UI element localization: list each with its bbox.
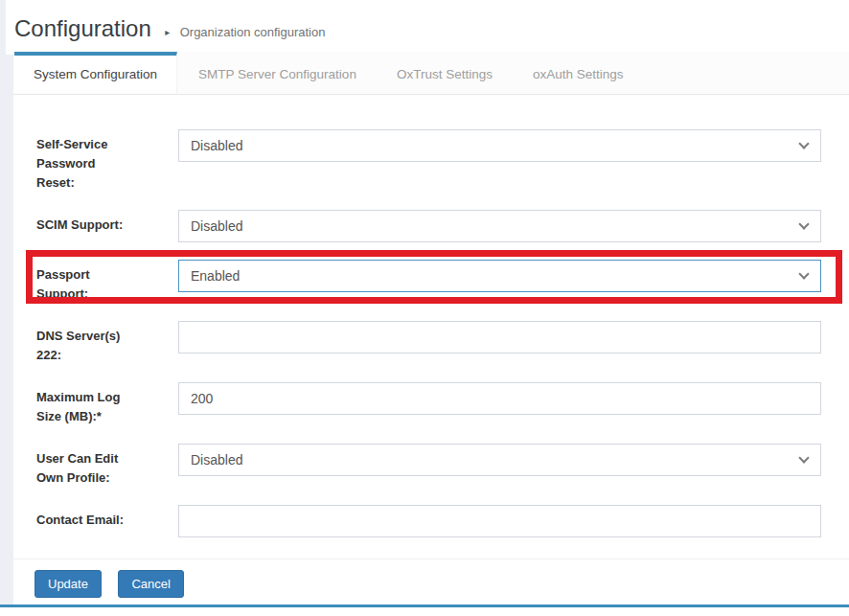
field-row-self-service-password-reset: Self-Service Password Reset: Disabled xyxy=(36,129,821,193)
user-can-edit-own-profile-label: User Can Edit Own Profile: xyxy=(36,444,136,488)
maximum-log-size-label: Maximum Log Size (MB):* xyxy=(36,382,136,426)
scim-support-label: SCIM Support: xyxy=(36,210,136,242)
breadcrumb-arrow-icon: ▸ xyxy=(165,27,170,37)
breadcrumb: Organization configuration xyxy=(180,25,326,39)
self-service-password-reset-label: Self-Service Password Reset: xyxy=(36,129,136,193)
form-footer: Update Cancel xyxy=(13,559,849,598)
maximum-log-size-input[interactable] xyxy=(178,382,821,415)
tab-system-configuration[interactable]: System Configuration xyxy=(14,52,177,94)
field-row-scim-support: SCIM Support: Disabled xyxy=(36,210,821,242)
tab-smtp-server-configuration[interactable]: SMTP Server Configuration xyxy=(179,52,376,94)
system-configuration-form: Self-Service Password Reset: Disabled SC… xyxy=(13,95,849,555)
tab-bar: System Configuration SMTP Server Configu… xyxy=(13,52,849,95)
passport-support-label: Passport Support: xyxy=(36,260,136,304)
left-gutter-top xyxy=(0,0,6,55)
contact-email-label: Contact Email: xyxy=(36,505,136,537)
field-row-dns-servers: DNS Server(s) 222: xyxy=(36,321,821,365)
tab-oxauth-settings[interactable]: oxAuth Settings xyxy=(514,52,643,94)
contact-email-input[interactable] xyxy=(178,505,821,537)
user-can-edit-own-profile-select[interactable]: Disabled xyxy=(178,444,821,476)
field-row-contact-email: Contact Email: xyxy=(36,505,821,537)
dns-servers-label: DNS Server(s) 222: xyxy=(36,321,136,365)
page-title: Configuration xyxy=(14,15,151,41)
scim-support-select[interactable]: Disabled xyxy=(178,210,821,242)
left-gutter xyxy=(0,55,13,605)
update-button[interactable]: Update xyxy=(34,570,102,598)
field-row-user-can-edit-own-profile: User Can Edit Own Profile: Disabled xyxy=(36,444,821,488)
dns-servers-input[interactable] xyxy=(178,321,821,354)
passport-support-select[interactable]: Enabled xyxy=(178,260,821,292)
cancel-button[interactable]: Cancel xyxy=(118,570,183,598)
bottom-accent-line xyxy=(0,605,849,607)
page-header: Configuration ▸ Organization configurati… xyxy=(0,0,849,52)
field-row-maximum-log-size: Maximum Log Size (MB):* xyxy=(36,382,821,426)
field-row-passport-support: Passport Support: Enabled xyxy=(36,260,821,304)
self-service-password-reset-select[interactable]: Disabled xyxy=(178,129,821,162)
tab-oxtrust-settings[interactable]: OxTrust Settings xyxy=(378,52,512,94)
